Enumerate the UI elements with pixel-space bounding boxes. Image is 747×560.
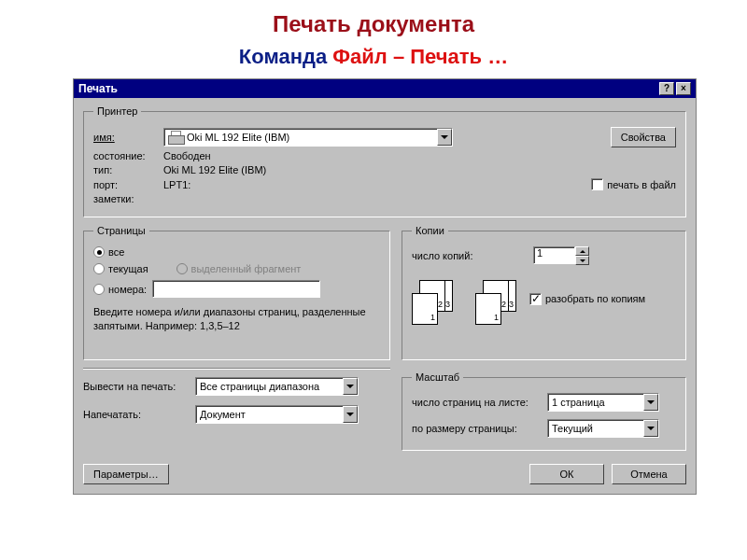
printer-icon [168,131,183,144]
copies-count-input[interactable]: 1 [533,246,589,265]
page-title: Печать документа [0,11,747,37]
print-to-file-checkbox[interactable]: печать в файл [591,178,676,190]
collate-illustration: 3 2 1 3 2 1 [412,280,520,325]
page-subtitle: Команда Файл – Печать … [0,45,747,69]
ok-button[interactable]: ОК [529,464,604,484]
pages-group: Страницы все текущая выделенный фрагмент… [83,225,390,360]
print-object-dropdown[interactable]: Документ [195,405,359,424]
copies-legend: Копии [412,225,448,236]
radio-all-label: все [108,246,124,258]
status-value: Свободен [163,150,211,161]
radio-current[interactable]: текущая [93,263,148,274]
properties-button[interactable]: Свойства [611,127,676,147]
radio-current-label: текущая [108,263,148,274]
checkbox-icon [591,178,603,190]
chevron-down-icon[interactable] [343,406,358,423]
pages-per-sheet-dropdown[interactable]: 1 страница [547,393,659,412]
type-label: тип: [93,164,163,175]
fit-value: Текущий [552,423,643,434]
print-to-file-label: печать в файл [607,179,676,190]
pages-hint: Введите номера и/или диапазоны страниц, … [93,305,380,333]
chevron-down-icon[interactable] [643,394,658,411]
scale-group: Масштаб число страниц на листе: 1 страни… [402,371,686,451]
copies-count-value[interactable]: 1 [533,246,575,264]
close-button[interactable]: × [676,82,691,95]
copies-count-label: число копий: [412,250,533,261]
copies-group: Копии число копий: 1 [402,225,686,360]
print-object-value: Документ [200,409,343,420]
radio-numbers-label: номера: [108,284,147,295]
printer-name-value: Oki ML 192 Elite (IBM) [187,132,437,143]
pages-legend: Страницы [93,225,149,236]
print-what-dropdown[interactable]: Все страницы диапазона [195,377,359,396]
cancel-button[interactable]: Отмена [612,464,686,484]
radio-selection-label: выделенный фрагмент [191,263,302,274]
collate-label: разобрать по копиям [545,293,645,304]
checkbox-icon: ✓ [529,293,542,305]
notes-label: заметки: [93,193,163,204]
print-what-label: Вывести на печать: [83,381,195,392]
pages-per-sheet-label: число страниц на листе: [412,397,547,408]
chevron-down-icon[interactable] [437,129,452,146]
page-numbers-input[interactable] [152,280,320,298]
fit-dropdown[interactable]: Текущий [547,419,659,438]
printer-group: Принтер имя: Oki ML 192 Elite (IBM) Свой… [83,105,686,217]
printer-name-dropdown[interactable]: Oki ML 192 Elite (IBM) [163,128,453,147]
radio-selection: выделенный фрагмент [176,263,302,274]
printer-name-label: имя: [93,132,163,143]
port-label: порт: [93,179,163,190]
pages-per-sheet-value: 1 страница [552,397,643,408]
fit-label: по размеру страницы: [412,423,547,434]
help-button[interactable]: ? [659,82,674,95]
spin-up-icon[interactable] [575,246,589,256]
port-value: LPT1: [163,179,190,190]
print-dialog: Печать ? × Принтер имя: Oki ML 192 Elite… [73,78,697,495]
titlebar: Печать ? × [74,79,696,98]
window-title: Печать [78,82,657,95]
print-object-label: Напечатать: [83,409,195,420]
chevron-down-icon[interactable] [643,420,658,437]
spin-down-icon[interactable] [575,256,589,265]
subtitle-command: Файл – Печать … [332,45,508,68]
parameters-button[interactable]: Параметры… [83,464,169,484]
print-what-value: Все страницы диапазона [200,381,343,392]
type-value: Oki ML 192 Elite (IBM) [163,164,266,175]
subtitle-prefix: Команда [239,45,332,68]
radio-all[interactable]: все [93,246,124,258]
chevron-down-icon[interactable] [343,378,358,395]
radio-numbers[interactable]: номера: [93,284,147,295]
printer-legend: Принтер [93,105,141,117]
status-label: состояние: [93,150,163,161]
collate-checkbox[interactable]: ✓ разобрать по копиям [529,293,645,305]
scale-legend: Масштаб [412,371,463,383]
